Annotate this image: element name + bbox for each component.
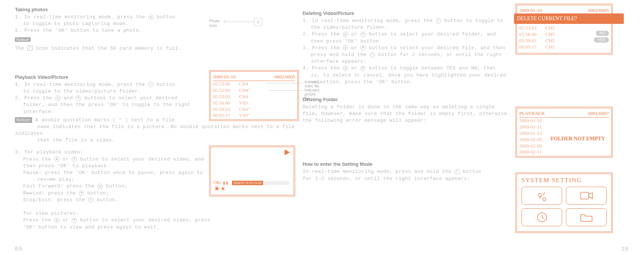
page-number-right: 10 [621,246,629,252]
screen-counter: 0002/0005 [588,7,609,13]
up-icon: ▲ [54,156,59,162]
deleting-file-title: Deleting Video/Picture [303,10,512,16]
setting-mode-title: How to enter the Setting Mode [303,161,512,167]
stop-icon: ▣ [221,186,225,190]
up-icon: ▲ [55,96,61,101]
up-icon: ▲ [54,218,59,223]
file-row: 05:59:03CH4" [213,106,295,113]
svg-rect-0 [580,192,589,199]
file-row: 05:56:40VID [213,100,295,106]
taking-photos-step2: 2. Press the 'OK' button to take a photo… [15,27,299,34]
folder-list-screen: PLAYBACK 0001/0007 2009-01-10 2009-01-11… [515,107,613,158]
f-icon: F [27,46,32,51]
down-icon: ▼ [72,156,77,162]
delete-banner: DELETE CURRENT FILE? [514,13,624,24]
file-row: 05:53:00CH4 [213,81,295,87]
menu-icon: ≡ [455,169,460,174]
clock-icon[interactable] [521,208,562,226]
exit-icon: ▣: [215,186,220,191]
illustrations-column: 2009-01-10 0002/0005 05:53:03CH5 05:56:4… [515,4,635,233]
notice-badge: Notice! [15,37,31,42]
screen-date: 2009-01-10 [519,7,542,13]
folder-row: 2009-02-09 [519,143,609,149]
screen-counter: 0002/0005 [274,74,295,80]
system-setting-title: SYSTEM SETTING [521,177,607,184]
folder-not-empty-error: FOLDER NOT EMPTY [551,136,605,142]
deleting-folder-title: Deleting Folder [303,97,512,102]
photo-icon-leader [224,22,254,22]
folder-row: 2009-01-10 [519,118,609,124]
right-page: Deleting Video/Picture 1. In real-time m… [303,4,512,182]
pause-icon: ❚❚ [223,181,229,185]
video-player-screen: OK: ❚❚ 2009/01/10 05:53:00 ▣: ▣ [209,146,295,202]
callout-line [265,83,303,83]
progress-track [263,181,289,185]
setting-mode-text: In real-time monitoring mode, press and … [303,168,512,182]
up-icon: ▲ [343,66,348,71]
sd-full-notice: The F icon indicates that the SD card me… [15,45,299,52]
camera-icon[interactable] [566,187,607,205]
down-icon: ▼ [72,218,77,223]
no-button[interactable]: NO [596,31,609,36]
file-row: 06:05:17CH5 [519,44,609,50]
file-row: 06:05:17VID" [213,112,295,119]
photo-icon-label: PhotoIcon [209,19,220,28]
folder-row: 2009-02-11 [519,149,609,155]
delete-confirm-screen: 2009-01-10 0002/0005 05:53:03CH5 05:56:4… [515,4,613,55]
deleting-step1: 1. In real-time monitoring mode, press t… [303,18,512,31]
up-icon: ▲ [148,15,154,20]
playback-counter: 0001/0007 [588,111,609,116]
menu-icon: ≡ [148,82,154,87]
notice-badge: Notice! [15,117,32,123]
down-icon: ▼ [360,45,366,50]
down-icon: ▼ [76,96,81,101]
up-icon: ▲ [97,184,103,189]
folder-icon[interactable] [566,208,607,226]
down-icon: ▼ [79,190,84,196]
playback-file-list-screen: 2009-01-10 0002/0005 05:53:00CH4 05:53:0… [209,70,299,121]
system-setting-screen: SYSTEM SETTING [515,172,613,233]
up-icon: ▲ [343,45,348,50]
camera-icon: ⊛ [254,18,262,26]
yes-button[interactable]: YES [594,37,609,43]
deleting-step4: 4. Press the ▲ or ▼ button to toggle bet… [303,65,512,85]
deleting-step3: 3. Press the ▲ or ▼ button to select you… [303,45,512,65]
folder-row: 2009-01-11 [519,124,609,130]
down-icon: ▼ [360,66,366,71]
screen-date: 2009-01-10 [213,74,236,80]
callout-line [269,90,303,91]
deleting-folder-text: Deleting a folder is done in the same wa… [303,104,512,124]
playback-header: PLAYBACK [519,111,545,116]
taking-photos-title: Taking photos [15,7,299,12]
file-row: 05:53:03CH4 [213,94,295,100]
tools-icon[interactable] [521,187,562,205]
menu-icon: ≡ [88,197,93,202]
file-row: 05:53:03CH5 [519,25,609,31]
menu-icon: ≡ [436,18,441,24]
down-icon: ▼ [360,32,366,37]
page-number-left: 09 [15,246,23,252]
ok-label: OK: [214,180,222,185]
deleting-step2: 2. Press the ▲ or ▼ button to select you… [303,31,512,44]
player-timestamp: 2009/01/10 05:53:00 [232,181,263,185]
play-icon [285,149,290,155]
menu-icon: ≡ [370,52,375,57]
up-icon: ▲ [343,32,348,37]
